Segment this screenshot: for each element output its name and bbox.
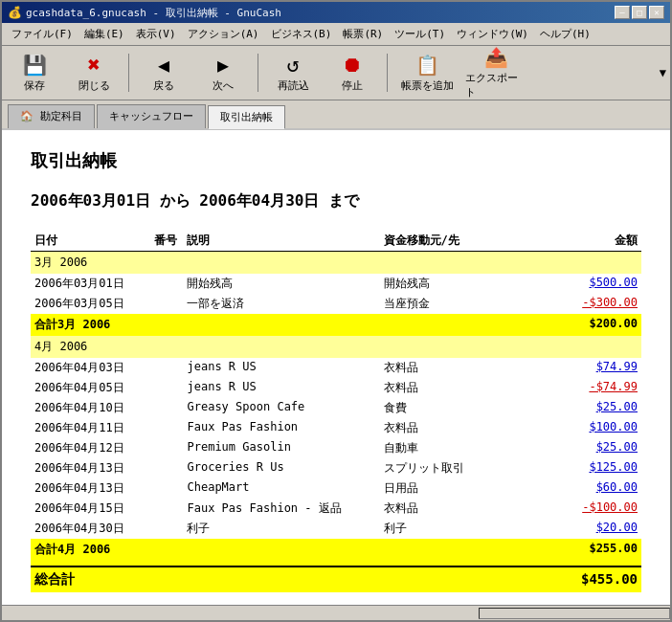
export-button[interactable]: 📤 エクスポート: [462, 49, 529, 97]
subtotal-amount: $255.00: [554, 539, 641, 561]
cell-number: [150, 274, 183, 294]
cell-transfer: スプリット取引: [380, 458, 554, 478]
cell-transfer: 衣料品: [380, 378, 554, 398]
toolbar: 💾 保存 ✖ 閉じる ◀ 戻る ▶ 次へ ↺ 再読込 ⏺ 停止: [2, 46, 670, 100]
cell-amount: $125.00: [554, 458, 641, 478]
menu-item[interactable]: ツール(T): [389, 25, 451, 43]
header-description: 説明: [183, 231, 379, 252]
close-doc-button[interactable]: ✖ 閉じる: [65, 49, 123, 97]
cell-amount: -$74.99: [554, 378, 641, 398]
back-button[interactable]: ◀ 戻る: [135, 49, 192, 97]
cell-date: 2006年04月11日: [31, 418, 150, 438]
stop-button[interactable]: ⏺ 停止: [324, 49, 381, 97]
cell-description: CheapMart: [183, 478, 379, 499]
menu-item[interactable]: 表示(V): [130, 25, 182, 43]
cell-transfer: 利子: [380, 519, 554, 539]
month-header-row: 4月 2006: [31, 336, 641, 358]
table-row: 2006年04月30日 利子 利子 $20.00: [31, 519, 641, 539]
save-button[interactable]: 💾 保存: [6, 49, 63, 97]
close-doc-icon: ✖: [87, 53, 100, 77]
cell-date: 2006年04月13日: [31, 478, 150, 499]
menu-item[interactable]: ヘルプ(H): [534, 25, 596, 43]
cell-date: 2006年04月10日: [31, 398, 150, 418]
next-button[interactable]: ▶ 次へ: [194, 49, 252, 97]
cell-description: 一部を返済: [183, 294, 379, 314]
cell-number: [150, 499, 183, 519]
cell-amount: $60.00: [554, 478, 641, 499]
window-title: gcashdata_6.gnucash - 取引出納帳 - GnuCash: [26, 6, 281, 20]
cell-description: 開始残高: [183, 274, 379, 294]
tab-register[interactable]: 取引出納帳: [208, 105, 285, 129]
cell-description: 利子: [183, 519, 379, 539]
report-content: 取引出納帳 2006年03月01日 から 2006年04月30日 まで 日付 番…: [2, 130, 670, 605]
tabs: 🏠 勘定科目 キャッシュフロー 取引出納帳: [2, 100, 670, 130]
menu-item[interactable]: 帳票(R): [337, 25, 389, 43]
cell-number: [150, 478, 183, 499]
grand-total-amount: $455.00: [554, 566, 641, 592]
menu-item[interactable]: ウィンドウ(W): [451, 25, 534, 43]
table-row: 2006年04月11日 Faux Pas Fashion 衣料品 $100.00: [31, 418, 641, 438]
menubar: ファイル(F)編集(E)表示(V)アクション(A)ビジネス(B)帳票(R)ツール…: [2, 23, 670, 46]
cell-description: Faux Pas Fashion - 返品: [183, 499, 379, 519]
cell-transfer: 当座預金: [380, 294, 554, 314]
next-label: 次へ: [213, 78, 234, 93]
cell-transfer: 食費: [380, 398, 554, 418]
cell-description: Greasy Spoon Cafe: [183, 398, 379, 418]
cell-amount: -$300.00: [554, 294, 641, 314]
maximize-button[interactable]: □: [632, 6, 647, 19]
cell-transfer: 日用品: [380, 478, 554, 499]
scrollbar-track[interactable]: [479, 608, 670, 619]
table-row: 2006年04月05日 jeans R US 衣料品 -$74.99: [31, 378, 641, 398]
close-button[interactable]: ✕: [649, 6, 664, 19]
cell-description: Faux Pas Fashion: [183, 418, 379, 438]
cell-date: 2006年04月12日: [31, 438, 150, 458]
tab-register-label: 取引出納帳: [220, 111, 273, 123]
tab-accounts[interactable]: 🏠 勘定科目: [8, 104, 95, 128]
header-number: 番号: [150, 231, 183, 252]
add-report-button[interactable]: 📋 帳票を追加: [393, 49, 460, 97]
cell-transfer: 開始残高: [380, 274, 554, 294]
toolbar-separator-2: [258, 54, 258, 92]
toolbar-separator-3: [387, 54, 388, 92]
table-row: 2006年04月10日 Greasy Spoon Cafe 食費 $25.00: [31, 398, 641, 418]
cell-description: Premium Gasolin: [183, 438, 379, 458]
stop-icon: ⏺: [342, 53, 363, 77]
cell-date: 2006年03月05日: [31, 294, 150, 314]
table-row: 2006年04月03日 jeans R US 衣料品 $74.99: [31, 358, 641, 378]
tab-cashflow[interactable]: キャッシュフロー: [97, 104, 206, 128]
reload-icon: ↺: [286, 53, 299, 77]
title-bar-buttons: — □ ✕: [615, 6, 664, 19]
tab-accounts-label: 勘定科目: [40, 110, 82, 122]
report-title: 取引出納帳: [31, 149, 641, 172]
cell-transfer: 衣料品: [380, 358, 554, 378]
reload-button[interactable]: ↺ 再読込: [264, 49, 322, 97]
minimize-button[interactable]: —: [615, 6, 630, 19]
report-table: 日付 番号 説明 資金移動元/先 金額 3月 2006 2006年03月01日 …: [31, 231, 641, 592]
cell-number: [150, 519, 183, 539]
menu-item[interactable]: ファイル(F): [6, 25, 78, 43]
close-doc-label: 閉じる: [78, 78, 110, 93]
cell-transfer: 衣料品: [380, 499, 554, 519]
cell-date: 2006年04月03日: [31, 358, 150, 378]
export-label: エクスポート: [465, 71, 526, 100]
cell-number: [150, 358, 183, 378]
report-date-range: 2006年03月01日 から 2006年04月30日 まで: [31, 191, 641, 211]
cell-amount: $500.00: [554, 274, 641, 294]
subtotal-label: 合計4月 2006: [31, 539, 554, 561]
cell-date: 2006年04月13日: [31, 458, 150, 478]
month-header: 4月 2006: [31, 336, 641, 358]
menu-item[interactable]: 編集(E): [78, 25, 130, 43]
tab-accounts-icon: 🏠: [20, 110, 34, 122]
cell-number: [150, 458, 183, 478]
toolbar-expand[interactable]: ▼: [660, 66, 666, 79]
toolbar-separator-1: [128, 54, 129, 92]
menu-item[interactable]: アクション(A): [182, 25, 265, 43]
subtotal-label: 合計3月 2006: [31, 314, 554, 336]
cell-amount: $25.00: [554, 438, 641, 458]
table-row: 2006年04月13日 Groceries R Us スプリット取引 $125.…: [31, 458, 641, 478]
table-row: 2006年03月05日 一部を返済 当座預金 -$300.00: [31, 294, 641, 314]
month-header-row: 3月 2006: [31, 252, 641, 275]
menu-item[interactable]: ビジネス(B): [265, 25, 338, 43]
cell-date: 2006年03月01日: [31, 274, 150, 294]
horizontal-scrollbar[interactable]: [2, 605, 670, 620]
